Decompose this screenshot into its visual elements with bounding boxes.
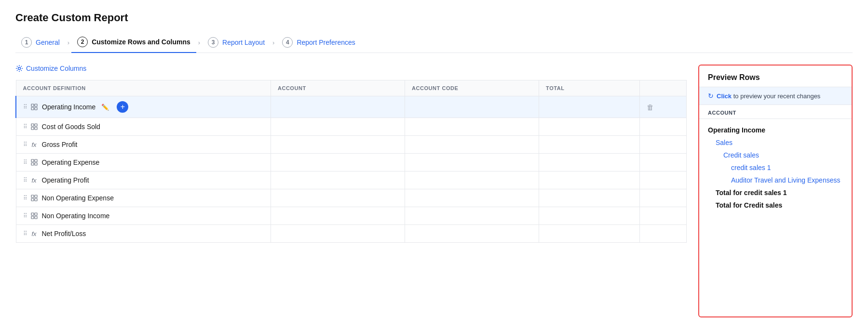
- row-3-actions: [639, 136, 686, 154]
- svg-rect-12: [35, 163, 37, 165]
- drag-handle[interactable]: ⠿: [23, 230, 27, 237]
- row-8-account: [271, 225, 405, 243]
- row-5-total: [539, 171, 640, 189]
- col-header-actions: [639, 80, 686, 96]
- row-2-account: [271, 118, 405, 136]
- row-2-definition: ⠿ Cost of Goods Sold: [16, 118, 271, 136]
- delete-icon[interactable]: 🗑: [647, 103, 654, 111]
- preview-row[interactable]: Sales: [699, 136, 852, 149]
- table-row: ⠿ Non Operating Income: [16, 207, 687, 225]
- row-8-label: Net Profit/Loss: [42, 230, 86, 237]
- table-row: ⠿ Non Operating Expense: [16, 189, 687, 207]
- row-7-total: [539, 207, 640, 225]
- step-2-label: Customize Rows and Columns: [92, 38, 190, 46]
- preview-row: Operating Income: [699, 124, 852, 136]
- page-container: Create Custom Report 1 General › 2 Custo…: [0, 0, 868, 329]
- drag-handle[interactable]: ⠿: [23, 177, 27, 184]
- refresh-icon: ↻: [708, 92, 714, 100]
- row-7-account-code: [405, 207, 539, 225]
- drag-handle[interactable]: ⠿: [23, 159, 27, 166]
- table-row: ⠿ fx Gross Profit: [16, 136, 687, 154]
- row-4-label: Operating Expense: [42, 158, 100, 166]
- grid-icon: [30, 103, 38, 111]
- row-3-account-code: [405, 136, 539, 154]
- row-3-label: Gross Profit: [42, 141, 78, 148]
- row-1-account: [271, 96, 405, 118]
- grid-icon: [30, 194, 38, 202]
- row-7-account: [271, 207, 405, 225]
- preview-row[interactable]: Credit sales: [699, 149, 852, 161]
- row-5-label: Operating Profit: [42, 176, 89, 184]
- svg-rect-17: [31, 213, 34, 215]
- table-row: ⠿ Operating Income: [16, 96, 687, 118]
- customize-columns-label: Customize Columns: [26, 65, 86, 72]
- edit-icon[interactable]: ✏️: [101, 104, 109, 111]
- row-5-account-code: [405, 171, 539, 189]
- drag-handle[interactable]: ⠿: [23, 123, 27, 130]
- row-6-label: Non Operating Expense: [42, 194, 114, 202]
- svg-rect-18: [35, 213, 37, 215]
- step-2-circle: 2: [77, 37, 88, 47]
- svg-rect-4: [35, 107, 37, 110]
- drag-handle[interactable]: ⠿: [23, 212, 27, 219]
- row-8-account-code: [405, 225, 539, 243]
- preview-click-row[interactable]: ↻ Click to preview your recent changes: [699, 87, 852, 105]
- row-2-actions: [639, 118, 686, 136]
- step-general[interactable]: 1 General: [15, 33, 66, 53]
- row-1-actions: 🗑: [639, 96, 686, 118]
- click-link[interactable]: Click: [717, 92, 732, 100]
- row-6-account-code: [405, 189, 539, 207]
- row-3-account: [271, 136, 405, 154]
- svg-point-0: [18, 67, 21, 70]
- fx-icon: fx: [30, 176, 38, 184]
- row-6-actions: [639, 189, 686, 207]
- svg-rect-14: [35, 195, 37, 197]
- row-5-account: [271, 171, 405, 189]
- preview-row: Total for Credit sales: [699, 199, 852, 211]
- preview-header: Preview Rows: [699, 66, 852, 87]
- row-8-actions: [639, 225, 686, 243]
- step-customize[interactable]: 2 Customize Rows and Columns: [71, 33, 196, 53]
- row-2-account-code: [405, 118, 539, 136]
- svg-rect-5: [31, 124, 34, 126]
- row-4-definition: ⠿ Operating Expense: [16, 154, 271, 171]
- preview-click-text: Click to preview your recent changes: [717, 92, 820, 100]
- grid-icon: [30, 158, 38, 166]
- step-3-label: Report Layout: [222, 39, 265, 46]
- preview-panel: Preview Rows ↻ Click to preview your rec…: [698, 65, 853, 317]
- customize-columns-button[interactable]: Customize Columns: [15, 65, 86, 72]
- row-8-definition: ⠿ fx Net Profit/Loss: [16, 225, 271, 243]
- grid-icon: [30, 123, 38, 131]
- row-3-definition: ⠿ fx Gross Profit: [16, 136, 271, 154]
- preview-row: Total for credit sales 1: [699, 186, 852, 199]
- col-header-account: ACCOUNT: [271, 80, 405, 96]
- preview-rows: Operating Income Sales Credit sales cred…: [699, 119, 852, 216]
- click-suffix: to preview your recent changes: [733, 92, 821, 100]
- step-arrow-1: ›: [66, 39, 71, 46]
- row-3-total: [539, 136, 640, 154]
- step-report-layout[interactable]: 3 Report Layout: [202, 33, 271, 53]
- gear-icon: [15, 65, 23, 72]
- row-4-account: [271, 154, 405, 171]
- drag-handle[interactable]: ⠿: [23, 104, 27, 110]
- add-row-button[interactable]: +: [117, 101, 128, 113]
- row-4-total: [539, 154, 640, 171]
- row-5-actions: [639, 171, 686, 189]
- preview-account-header: ACCOUNT: [699, 105, 852, 119]
- preview-row[interactable]: Auditor Travel and Living Expensess: [699, 174, 852, 186]
- row-1-definition: ⠿ Operating Income: [16, 96, 271, 118]
- svg-rect-16: [35, 198, 37, 201]
- svg-rect-13: [31, 195, 34, 197]
- svg-rect-15: [31, 198, 34, 201]
- svg-rect-1: [31, 104, 34, 106]
- preview-row[interactable]: credit sales 1: [699, 161, 852, 174]
- drag-handle[interactable]: ⠿: [23, 195, 27, 201]
- step-4-circle: 4: [282, 37, 293, 48]
- col-header-account-definition: ACCOUNT DEFINITION: [16, 80, 271, 96]
- grid-icon: [30, 212, 38, 220]
- drag-handle[interactable]: ⠿: [23, 141, 27, 148]
- col-header-total: TOTAL: [539, 80, 640, 96]
- row-1-label: Operating Income: [42, 103, 95, 111]
- fx-icon: fx: [30, 230, 38, 237]
- step-report-preferences[interactable]: 4 Report Preferences: [276, 33, 361, 53]
